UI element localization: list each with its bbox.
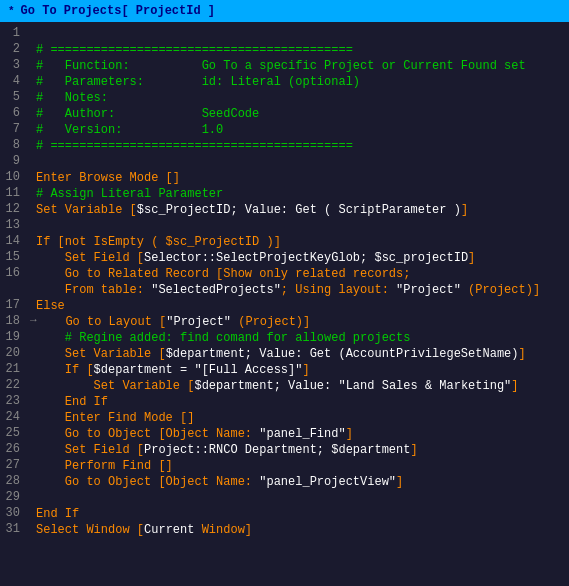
line-number: 30 <box>0 506 28 520</box>
line-number: 6 <box>0 106 28 120</box>
line-content: # ======================================… <box>36 138 569 154</box>
line-content: Go to Layout ["Project" (Project)] <box>37 314 569 330</box>
code-line: 14If [not IsEmpty ( $sc_ProjectID )] <box>0 234 569 250</box>
line-number: 22 <box>0 378 28 392</box>
line-content: Perform Find [] <box>36 458 569 474</box>
line-content: If [$department = "[Full Access]"] <box>36 362 569 378</box>
code-line: 22 Set Variable [$department; Value: "La… <box>0 378 569 394</box>
code-line: 30End If <box>0 506 569 522</box>
code-line: 7# Version: 1.0 <box>0 122 569 138</box>
code-line: 26 Set Field [Project::RNCO Department; … <box>0 442 569 458</box>
line-number: 23 <box>0 394 28 408</box>
line-content: End If <box>36 506 569 522</box>
code-line: 5# Notes: <box>0 90 569 106</box>
line-content: Enter Find Mode [] <box>36 410 569 426</box>
line-number: 20 <box>0 346 28 360</box>
line-number: 3 <box>0 58 28 72</box>
code-line: 11# Assign Literal Parameter <box>0 186 569 202</box>
line-content: Else <box>36 298 569 314</box>
code-line: From table: "SelectedProjects"; Using la… <box>0 282 569 298</box>
line-number: 21 <box>0 362 28 376</box>
title-bar-icon: * <box>8 5 15 17</box>
line-number: 24 <box>0 410 28 424</box>
code-line: 8# =====================================… <box>0 138 569 154</box>
code-line: 13 <box>0 218 569 234</box>
code-line: 24 Enter Find Mode [] <box>0 410 569 426</box>
line-content: Set Field [Project::RNCO Department; $de… <box>36 442 569 458</box>
line-content: From table: "SelectedProjects"; Using la… <box>36 282 569 298</box>
line-number: 9 <box>0 154 28 168</box>
line-number: 12 <box>0 202 28 216</box>
line-content: # Author: SeedCode <box>36 106 569 122</box>
line-content: # ======================================… <box>36 42 569 58</box>
code-line: 1 <box>0 26 569 42</box>
line-number: 10 <box>0 170 28 184</box>
line-content: Set Variable [$sc_ProjectID; Value: Get … <box>36 202 569 218</box>
line-content: Select Window [Current Window] <box>36 522 569 538</box>
code-area: 12# ====================================… <box>0 22 569 586</box>
code-line: 29 <box>0 490 569 506</box>
title-bar-text: Go To Projects[ ProjectId ] <box>21 4 215 18</box>
line-content: Set Field [Selector::SelectProjectKeyGlo… <box>36 250 569 266</box>
arrow-indicator: → <box>30 314 37 326</box>
line-number: 17 <box>0 298 28 312</box>
code-line: 23 End If <box>0 394 569 410</box>
code-line: 20 Set Variable [$department; Value: Get… <box>0 346 569 362</box>
line-content: Go to Object [Object Name: "panel_Projec… <box>36 474 569 490</box>
line-number: 18 <box>0 314 28 328</box>
line-number: 27 <box>0 458 28 472</box>
line-number: 13 <box>0 218 28 232</box>
code-line: 9 <box>0 154 569 170</box>
line-number: 8 <box>0 138 28 152</box>
code-line: 15 Set Field [Selector::SelectProjectKey… <box>0 250 569 266</box>
line-content: Set Variable [$department; Value: "Land … <box>36 378 569 394</box>
line-content: Go to Related Record [Show only related … <box>36 266 569 282</box>
line-number: 29 <box>0 490 28 504</box>
code-line: 17Else <box>0 298 569 314</box>
line-number: 26 <box>0 442 28 456</box>
line-number: 11 <box>0 186 28 200</box>
code-line: 25 Go to Object [Object Name: "panel_Fin… <box>0 426 569 442</box>
code-line: 28 Go to Object [Object Name: "panel_Pro… <box>0 474 569 490</box>
code-line: 27 Perform Find [] <box>0 458 569 474</box>
line-number: 28 <box>0 474 28 488</box>
line-number: 14 <box>0 234 28 248</box>
line-number: 1 <box>0 26 28 40</box>
line-content: End If <box>36 394 569 410</box>
line-content: Set Variable [$department; Value: Get (A… <box>36 346 569 362</box>
line-number: 4 <box>0 74 28 88</box>
code-line: 16 Go to Related Record [Show only relat… <box>0 266 569 282</box>
line-number: 25 <box>0 426 28 440</box>
line-content: # Function: Go To a specific Project or … <box>36 58 569 74</box>
line-content: Go to Object [Object Name: "panel_Find"] <box>36 426 569 442</box>
line-content: # Version: 1.0 <box>36 122 569 138</box>
line-number: 31 <box>0 522 28 536</box>
code-line: 6# Author: SeedCode <box>0 106 569 122</box>
code-line: 3# Function: Go To a specific Project or… <box>0 58 569 74</box>
code-line: 4# Parameters: id: Literal (optional) <box>0 74 569 90</box>
line-number: 16 <box>0 266 28 280</box>
line-number: 19 <box>0 330 28 344</box>
code-line: 18→ Go to Layout ["Project" (Project)] <box>0 314 569 330</box>
code-line: 31Select Window [Current Window] <box>0 522 569 538</box>
code-line: 21 If [$department = "[Full Access]"] <box>0 362 569 378</box>
line-number: 2 <box>0 42 28 56</box>
line-content: # Parameters: id: Literal (optional) <box>36 74 569 90</box>
line-content: If [not IsEmpty ( $sc_ProjectID )] <box>36 234 569 250</box>
code-line: 19 # Regine added: find comand for allow… <box>0 330 569 346</box>
line-content: # Assign Literal Parameter <box>36 186 569 202</box>
line-number: 7 <box>0 122 28 136</box>
line-content: Enter Browse Mode [] <box>36 170 569 186</box>
title-bar: * Go To Projects[ ProjectId ] <box>0 0 569 22</box>
line-content: # Regine added: find comand for allowed … <box>36 330 569 346</box>
line-number: 5 <box>0 90 28 104</box>
line-number: 15 <box>0 250 28 264</box>
line-content: # Notes: <box>36 90 569 106</box>
code-line: 2# =====================================… <box>0 42 569 58</box>
code-line: 12Set Variable [$sc_ProjectID; Value: Ge… <box>0 202 569 218</box>
code-line: 10Enter Browse Mode [] <box>0 170 569 186</box>
